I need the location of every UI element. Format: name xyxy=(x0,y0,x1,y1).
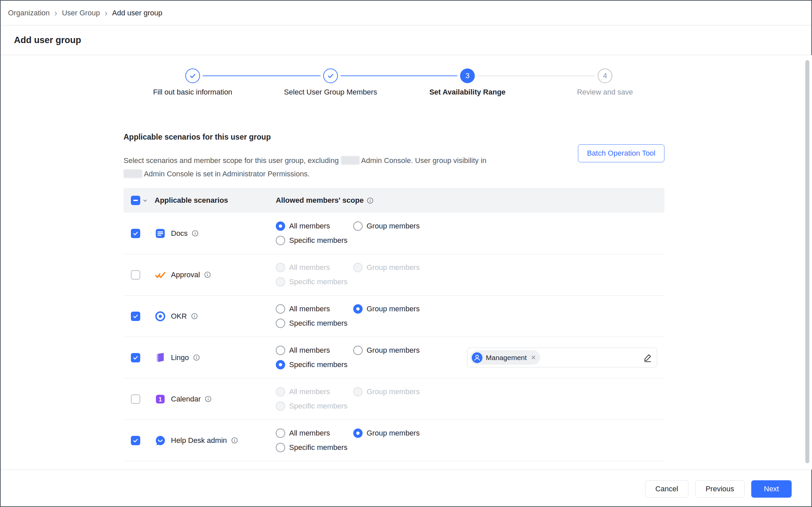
scope-option-all-members: All members xyxy=(276,263,353,272)
chevron-down-icon[interactable] xyxy=(142,198,148,204)
header-allowed-members-scope: Allowed members' scope xyxy=(276,196,364,205)
svg-text:1: 1 xyxy=(159,396,162,402)
radio-specific-members[interactable] xyxy=(276,360,285,370)
remove-tag-icon[interactable]: ✕ xyxy=(531,354,536,361)
step-3-label: Set Availability Range xyxy=(429,88,505,97)
previous-button[interactable]: Previous xyxy=(695,480,745,498)
radio-label: Specific members xyxy=(289,402,348,410)
radio-label: Specific members xyxy=(289,278,348,286)
radio-label: Specific members xyxy=(289,443,348,452)
step-4-label: Review and save xyxy=(577,88,633,97)
batch-operation-tool-button[interactable]: Batch Operation Tool xyxy=(578,144,665,162)
step-4-circle[interactable]: 4 xyxy=(598,68,612,83)
row-checkbox[interactable] xyxy=(131,312,140,321)
radio-label: All members xyxy=(289,387,330,396)
redacted-product-name xyxy=(124,169,142,178)
info-icon[interactable] xyxy=(191,229,199,237)
description-text: Select scenarios and member scope for th… xyxy=(124,156,338,165)
breadcrumb-organization[interactable]: Organization xyxy=(8,9,50,17)
tag-label: Management xyxy=(486,354,527,362)
radio-label: Group members xyxy=(367,263,420,272)
check-icon xyxy=(188,71,197,80)
scenario-name: OKR xyxy=(171,312,187,321)
radio-group-members[interactable] xyxy=(353,304,363,314)
description-text: Admin Console. User group visibility in xyxy=(361,156,486,165)
radio-specific-members[interactable] xyxy=(276,236,285,245)
scope-option-group-members[interactable]: Group members xyxy=(353,304,420,314)
step-1-label: Fill out basic information xyxy=(153,88,232,97)
radio-all-members[interactable] xyxy=(276,346,285,355)
info-icon[interactable] xyxy=(204,271,211,279)
radio-group-members[interactable] xyxy=(353,429,363,438)
table-row: OKRAll membersGroup membersSpecific memb… xyxy=(124,296,665,337)
radio-label: Group members xyxy=(367,346,420,355)
radio-all-members xyxy=(276,387,285,396)
info-icon[interactable] xyxy=(366,197,374,205)
radio-group-members xyxy=(353,263,363,272)
cancel-button[interactable]: Cancel xyxy=(645,480,688,498)
radio-group-members[interactable] xyxy=(353,221,363,231)
info-icon[interactable] xyxy=(193,354,200,361)
radio-group-members xyxy=(353,387,363,396)
radio-all-members[interactable] xyxy=(276,221,285,231)
page-title: Add user group xyxy=(14,35,81,45)
radio-specific-members[interactable] xyxy=(276,319,285,328)
select-all-checkbox[interactable] xyxy=(131,196,140,205)
table-row: Help Desk adminAll membersGroup membersS… xyxy=(124,420,665,461)
edit-members-icon[interactable] xyxy=(643,353,653,363)
radio-label: All members xyxy=(289,263,330,272)
scope-option-specific-members[interactable]: Specific members xyxy=(276,360,353,370)
scope-option-group-members[interactable]: Group members xyxy=(353,429,420,438)
radio-label: All members xyxy=(289,346,330,355)
scope-option-group-members[interactable]: Group members xyxy=(353,346,420,355)
step-2-circle[interactable] xyxy=(323,68,338,83)
scenario-table-body: DocsAll membersGroup membersSpecific mem… xyxy=(124,213,665,461)
info-icon[interactable] xyxy=(231,437,238,444)
row-checkbox[interactable] xyxy=(131,270,140,280)
row-checkbox[interactable] xyxy=(131,353,140,362)
radio-all-members[interactable] xyxy=(276,429,285,438)
info-icon[interactable] xyxy=(204,395,212,403)
radio-label: Group members xyxy=(367,387,420,396)
member-tag: Management✕ xyxy=(470,350,540,365)
step-1-circle[interactable] xyxy=(185,68,200,83)
row-checkbox[interactable] xyxy=(131,229,140,238)
step-3-circle[interactable]: 3 xyxy=(460,68,475,83)
scenario-name: Docs xyxy=(171,229,188,238)
scenario-name: Help Desk admin xyxy=(171,436,227,445)
row-checkbox[interactable] xyxy=(131,394,140,404)
chevron-right-icon: › xyxy=(105,9,108,17)
radio-label: Specific members xyxy=(289,236,348,245)
next-button[interactable]: Next xyxy=(751,480,792,498)
add-user-group-page: Organization › User Group › Add user gro… xyxy=(0,0,812,507)
table-row: DocsAll membersGroup membersSpecific mem… xyxy=(124,213,665,254)
redacted-product-name xyxy=(341,156,360,165)
calendar-icon: 1 xyxy=(154,393,166,405)
vertical-scrollbar[interactable] xyxy=(805,60,809,463)
radio-all-members[interactable] xyxy=(276,304,285,314)
lingo-icon xyxy=(154,352,166,363)
scope-option-specific-members[interactable]: Specific members xyxy=(276,443,353,452)
radio-label: Specific members xyxy=(289,360,348,369)
scope-option-all-members[interactable]: All members xyxy=(276,304,353,314)
radio-group-members[interactable] xyxy=(353,346,363,355)
scenario-table: Applicable scenarios Allowed members' sc… xyxy=(124,188,665,461)
scope-option-all-members[interactable]: All members xyxy=(276,429,353,438)
scope-option-specific-members[interactable]: Specific members xyxy=(276,236,353,245)
scope-option-all-members[interactable]: All members xyxy=(276,221,353,231)
section-heading: Applicable scenarios for this user group xyxy=(124,132,271,142)
scope-option-group-members[interactable]: Group members xyxy=(353,221,420,231)
row-checkbox[interactable] xyxy=(131,436,140,445)
breadcrumb-user-group[interactable]: User Group xyxy=(62,9,100,17)
scope-option-all-members[interactable]: All members xyxy=(276,346,353,355)
scope-option-specific-members[interactable]: Specific members xyxy=(276,319,353,328)
step-2-label: Select User Group Members xyxy=(284,88,377,97)
radio-specific-members[interactable] xyxy=(276,443,285,452)
scope-option-group-members: Group members xyxy=(353,263,420,272)
member-tag-field[interactable]: Management✕ xyxy=(467,348,657,368)
radio-label: All members xyxy=(289,429,330,438)
chevron-right-icon: › xyxy=(54,9,57,17)
approval-icon xyxy=(154,269,166,281)
info-icon[interactable] xyxy=(191,312,198,320)
breadcrumb-add-user-group: Add user group xyxy=(112,9,162,17)
